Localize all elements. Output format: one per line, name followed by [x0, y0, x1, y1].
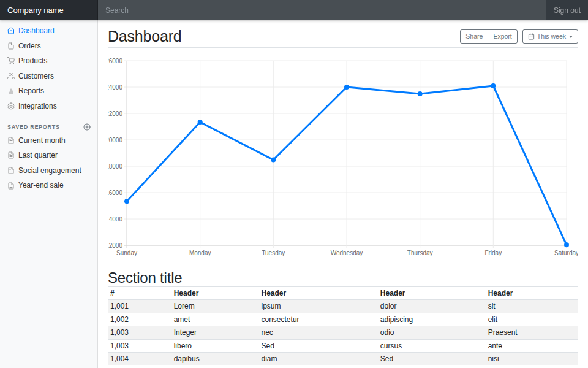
table-row: 1,003liberoSedcursusante [108, 339, 578, 352]
sidebar-item-customers[interactable]: Customers [0, 69, 98, 84]
table-row: 1,001Loremipsumdolorsit [108, 300, 578, 313]
svg-text:Sunday: Sunday [116, 250, 137, 256]
home-icon [7, 27, 15, 34]
sidebar-item-label: Dashboard [18, 27, 55, 35]
svg-text:18000: 18000 [108, 163, 123, 170]
saved-reports-label: Saved reports [7, 124, 60, 130]
week-label: This week [537, 32, 566, 41]
toolbar: Share Export This week [460, 29, 578, 44]
export-button[interactable]: Export [488, 29, 517, 44]
data-table: #HeaderHeaderHeaderHeader 1,001Loremipsu… [108, 286, 578, 365]
svg-text:Friday: Friday [484, 250, 502, 256]
sidebar-item-label: Current month [18, 137, 66, 145]
sidebar-item-label: Integrations [18, 102, 57, 110]
sidebar-item-label: Reports [18, 87, 44, 95]
table-cell: consectetur [259, 313, 378, 326]
table-cell: Integer [172, 326, 259, 339]
svg-text:24000: 24000 [108, 84, 123, 91]
table-row: 1,004dapibusdiamSednisi [108, 352, 578, 365]
sidebar-item-label: Products [18, 57, 47, 65]
sidebar-item-label: Social engagement [18, 167, 81, 175]
top-navbar: Company name Sign out [0, 0, 588, 20]
table-cell: amet [172, 313, 259, 326]
sidebar-item-label: Year-end sale [18, 182, 64, 190]
share-button[interactable]: Share [460, 29, 488, 44]
table-cell: nisi [486, 352, 578, 365]
table-cell: ipsum [259, 300, 378, 313]
svg-text:26000: 26000 [108, 58, 123, 64]
shopping-cart-icon [7, 57, 15, 64]
sidebar-item-orders[interactable]: Orders [0, 39, 98, 54]
table-cell: adipiscing [378, 313, 486, 326]
signout-container: Sign out [546, 0, 588, 20]
svg-text:12000: 12000 [108, 242, 123, 249]
saved-reports-nav: Current monthLast quarterSocial engageme… [0, 133, 98, 193]
svg-text:Wednesday: Wednesday [331, 250, 363, 256]
table-cell: 1,003 [108, 339, 172, 352]
sidebar-item-last-quarter[interactable]: Last quarter [0, 148, 98, 163]
search-container [98, 0, 546, 20]
file-text-icon [7, 182, 15, 190]
table-body: 1,001Loremipsumdolorsit1,002ametconsecte… [108, 300, 578, 365]
table-cell: 1,002 [108, 313, 172, 326]
table-row: 1,003IntegernecodioPraesent [108, 326, 578, 339]
section-title: Section title [108, 269, 578, 286]
bar-chart-icon [7, 88, 15, 95]
table-cell: odio [378, 326, 486, 339]
svg-text:Saturday: Saturday [554, 250, 578, 256]
sidebar-item-dashboard[interactable]: Dashboard [0, 23, 98, 39]
week-dropdown-button[interactable]: This week [522, 29, 578, 44]
plus-circle-icon [83, 123, 91, 131]
calendar-icon [528, 33, 535, 40]
sidebar-item-current-month[interactable]: Current month [0, 133, 98, 148]
share-export-group: Share Export [460, 29, 517, 44]
sidebar-item-label: Last quarter [18, 151, 58, 159]
table-cell: nec [259, 326, 378, 339]
table-cell: elit [486, 313, 578, 326]
svg-text:Thursday: Thursday [407, 250, 433, 256]
page-title: Dashboard [108, 27, 182, 46]
search-input[interactable] [98, 0, 546, 20]
sign-out-link[interactable]: Sign out [554, 6, 581, 15]
svg-text:14000: 14000 [108, 216, 123, 223]
sidebar-item-label: Orders [18, 42, 41, 50]
layers-icon [7, 102, 15, 110]
sidebar-nav: DashboardOrdersProductsCustomersReportsI… [0, 23, 98, 114]
weekly-sales-line-chart: 1200014000160001800020000220002400026000… [108, 56, 578, 258]
table-cell: 1,004 [108, 352, 172, 365]
sidebar-item-products[interactable]: Products [0, 53, 98, 69]
sidebar-item-integrations[interactable]: Integrations [0, 99, 98, 114]
table-column-header: Header [259, 287, 378, 300]
saved-reports-heading: Saved reports [0, 123, 98, 131]
table-cell: ante [486, 339, 578, 352]
table-cell: Sed [378, 352, 486, 365]
add-report-button[interactable] [83, 123, 91, 131]
table-cell: 1,001 [108, 300, 172, 313]
file-icon [7, 42, 15, 50]
svg-text:20000: 20000 [108, 137, 123, 144]
table-head: #HeaderHeaderHeaderHeader [108, 287, 578, 300]
table-cell: libero [172, 339, 259, 352]
table-cell: dapibus [172, 352, 259, 365]
caret-down-icon [569, 36, 573, 38]
sidebar-item-reports[interactable]: Reports [0, 83, 98, 99]
svg-text:Monday: Monday [189, 250, 211, 256]
table-cell: 1,003 [108, 326, 172, 339]
table-cell: diam [259, 352, 378, 365]
file-text-icon [7, 137, 15, 144]
chart-container: 1200014000160001800020000220002400026000… [108, 56, 578, 258]
file-text-icon [7, 167, 15, 174]
table-cell: Sed [259, 339, 378, 352]
table-column-header: Header [172, 287, 259, 300]
users-icon [7, 72, 15, 80]
sidebar: DashboardOrdersProductsCustomersReportsI… [0, 20, 98, 368]
sidebar-item-social-engagement[interactable]: Social engagement [0, 163, 98, 178]
table-cell: Praesent [486, 326, 578, 339]
sidebar-item-year-end-sale[interactable]: Year-end sale [0, 178, 98, 193]
table-cell: Lorem [172, 300, 259, 313]
table-column-header: Header [378, 287, 486, 300]
sidebar-item-label: Customers [18, 72, 54, 80]
brand-link[interactable]: Company name [0, 0, 98, 20]
table-column-header: Header [486, 287, 578, 300]
table-cell: sit [486, 300, 578, 313]
